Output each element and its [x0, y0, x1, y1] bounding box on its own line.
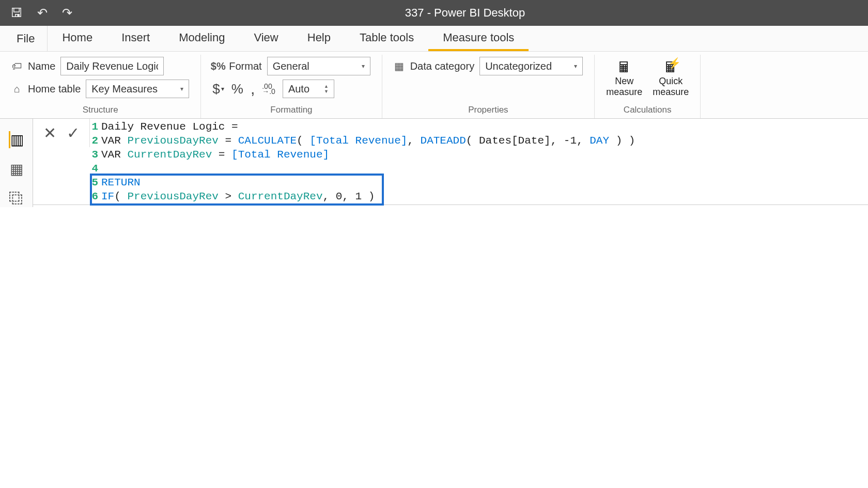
- window-title: 337 - Power BI Desktop: [72, 6, 858, 20]
- quick-measure-label: Quick measure: [653, 76, 689, 98]
- tab-view[interactable]: View: [239, 26, 292, 51]
- tab-measure-tools[interactable]: Measure tools: [428, 26, 529, 51]
- commit-icon[interactable]: ✓: [67, 124, 80, 142]
- decimals-value: Auto: [288, 83, 309, 95]
- format-value: General: [273, 60, 309, 72]
- ribbon-tab-strip: File Home Insert Modeling View Help Tabl…: [0, 26, 868, 52]
- chevron-down-icon: ▾: [362, 62, 365, 70]
- caret-up-icon: ▲: [324, 84, 329, 89]
- group-title-properties: Properties: [394, 103, 583, 118]
- tab-help[interactable]: Help: [293, 26, 345, 51]
- new-measure-label: New measure: [606, 76, 642, 98]
- quick-measure-button[interactable]: 🖩⚡ Quick measure: [653, 57, 689, 98]
- save-icon[interactable]: 🖫: [10, 6, 23, 20]
- group-formatting: $% Format General ▾ $▾ % , .00→.0 Auto ▲: [201, 55, 382, 118]
- tab-table-tools[interactable]: Table tools: [345, 26, 428, 51]
- group-properties: ▦ Data category Uncategorized ▾ Properti…: [382, 55, 595, 118]
- undo-icon[interactable]: ↶: [37, 6, 48, 20]
- format-icon: $%: [212, 60, 224, 72]
- formula-bar: ✕ ✓ 1Daily Revenue Logic =2VAR PreviousD…: [33, 119, 868, 205]
- format-select[interactable]: General ▾: [267, 57, 370, 75]
- group-structure: 🏷 Name ⌂ Home table Key Measures ▾ Struc…: [0, 55, 201, 118]
- chevron-down-icon: ▾: [574, 62, 577, 70]
- file-tab[interactable]: File: [4, 26, 48, 51]
- name-label: Name: [28, 60, 55, 72]
- group-title-formatting: Formatting: [212, 103, 370, 118]
- chevron-down-icon: ▾: [180, 85, 183, 92]
- calculator-icon: 🖩: [617, 59, 631, 76]
- category-icon: ▦: [394, 60, 405, 72]
- tab-insert[interactable]: Insert: [107, 26, 164, 51]
- currency-button[interactable]: $▾: [212, 81, 224, 97]
- tab-modeling[interactable]: Modeling: [164, 26, 239, 51]
- data-category-label: Data category: [410, 60, 475, 72]
- ribbon: 🏷 Name ⌂ Home table Key Measures ▾ Struc…: [0, 52, 868, 119]
- data-category-select[interactable]: Uncategorized ▾: [479, 57, 583, 75]
- calculator-lightning-icon: 🖩⚡: [663, 59, 678, 76]
- decimal-buttons[interactable]: .00→.0: [262, 84, 275, 94]
- tag-icon: 🏷: [11, 60, 23, 72]
- format-label: Format: [229, 60, 261, 72]
- redo-icon[interactable]: ↷: [62, 6, 72, 20]
- thousands-button[interactable]: ,: [251, 80, 255, 98]
- group-calculations: 🖩 New measure 🖩⚡ Quick measure Calculati…: [595, 55, 701, 118]
- view-rail: ▥ ▦ ⿻: [0, 119, 33, 207]
- home-table-select[interactable]: Key Measures ▾: [86, 80, 189, 98]
- title-bar: 🖫 ↶ ↷ 337 - Power BI Desktop: [0, 0, 868, 26]
- dax-editor[interactable]: 1Daily Revenue Logic =2VAR PreviousDayRe…: [90, 119, 868, 204]
- data-view-icon[interactable]: ▦: [10, 161, 23, 178]
- hometable-label: Home table: [28, 83, 81, 95]
- model-view-icon[interactable]: ⿻: [9, 190, 24, 207]
- new-measure-button[interactable]: 🖩 New measure: [606, 57, 642, 98]
- report-canvas: Us 11/10/2017 21/03/2018 State AlabamaAr…: [33, 205, 868, 207]
- data-category-value: Uncategorized: [485, 60, 552, 72]
- percent-button[interactable]: %: [231, 81, 243, 97]
- measure-name-input[interactable]: [60, 57, 164, 75]
- tab-home[interactable]: Home: [48, 26, 107, 51]
- home-table-value: Key Measures: [91, 83, 158, 95]
- home-icon: ⌂: [11, 83, 23, 95]
- decimals-select[interactable]: Auto ▲ ▼: [283, 80, 334, 98]
- report-view-icon[interactable]: ▥: [9, 131, 24, 148]
- cancel-icon[interactable]: ✕: [43, 124, 56, 142]
- group-title-structure: Structure: [11, 103, 189, 118]
- caret-down-icon: ▼: [324, 89, 329, 94]
- group-title-calculations: Calculations: [606, 103, 689, 118]
